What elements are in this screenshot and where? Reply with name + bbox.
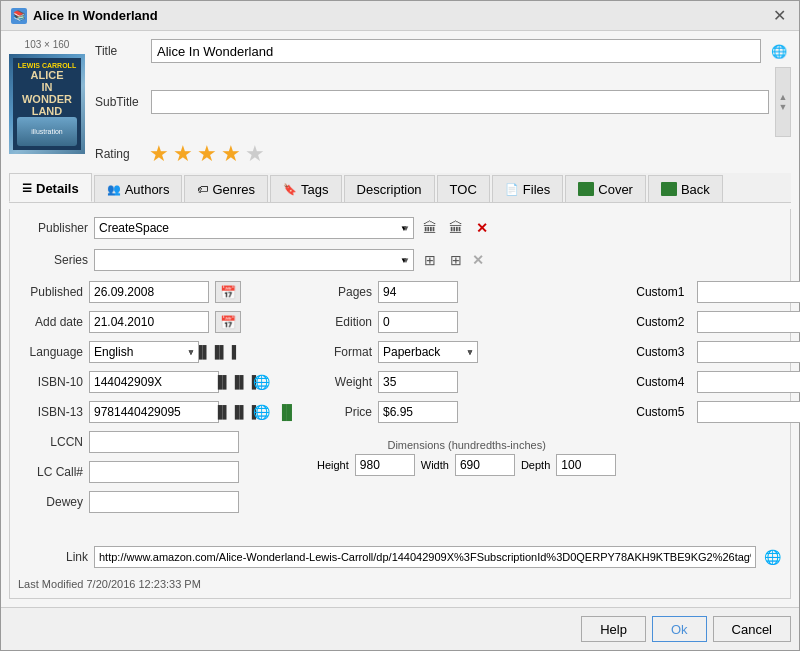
custom1-input[interactable] [697,281,800,303]
edition-input[interactable] [378,311,458,333]
close-button[interactable]: ✕ [769,6,789,26]
scroll-bar[interactable]: ▲▼ [775,67,791,137]
depth-input[interactable] [556,454,616,476]
right-column: Custom1 Custom2 Custom3 Custom4 [626,281,800,540]
isbn13-barcode[interactable]: ▐▌▐▌▐ [225,402,245,422]
isbn10-input[interactable] [89,371,219,393]
star-1[interactable]: ★ [149,141,169,167]
title-label: Title [95,44,145,58]
isbn10-globe[interactable]: 🌐 [251,372,271,392]
custom5-input[interactable] [697,401,800,423]
weight-input[interactable] [378,371,458,393]
series-icon2[interactable]: ⊞ [446,250,466,270]
format-label: Format [317,345,372,359]
height-label: Height [317,459,349,471]
left-column: Published 📅 Add date 📅 Language [18,281,297,540]
adddate-label: Add date [18,315,83,329]
tabs: ☰ Details 👥 Authors 🏷 Genres 🔖 Tags Desc… [9,173,791,203]
star-4[interactable]: ★ [221,141,241,167]
custom4-input[interactable] [697,371,800,393]
height-input[interactable] [355,454,415,476]
width-label: Width [421,459,449,471]
price-label: Price [317,405,372,419]
isbn13-extra[interactable]: ▐▌ [277,402,297,422]
columns-area: Published 📅 Add date 📅 Language [18,281,782,540]
footer: Help Ok Cancel [1,607,799,650]
adddate-input[interactable] [89,311,209,333]
language-row: Language English ▼ ▐▌▐▌▐ [18,341,297,363]
last-modified: Last Modified 7/20/2016 12:23:33 PM [18,578,782,590]
tab-details[interactable]: ☰ Details [9,173,92,202]
dewey-row: Dewey [18,491,297,513]
title-globe-button[interactable]: 🌐 [767,39,791,63]
ok-button[interactable]: Ok [652,616,707,642]
language-label: Language [18,345,83,359]
series-select[interactable] [94,249,414,271]
series-label: Series [18,253,88,267]
isbn10-label: ISBN-10 [18,375,83,389]
language-select[interactable]: English [89,341,199,363]
published-calendar[interactable]: 📅 [215,281,241,303]
width-input[interactable] [455,454,515,476]
tab-files[interactable]: 📄 Files [492,175,563,202]
format-select[interactable]: Paperback [378,341,478,363]
custom2-label: Custom2 [636,315,691,329]
tab-tags[interactable]: 🔖 Tags [270,175,341,202]
star-2[interactable]: ★ [173,141,193,167]
tab-authors[interactable]: 👥 Authors [94,175,183,202]
published-label: Published [18,285,83,299]
subtitle-input[interactable] [151,90,769,114]
publisher-clear-button[interactable]: ✕ [472,218,492,238]
tab-back[interactable]: Back [648,175,723,202]
dewey-input[interactable] [89,491,239,513]
publisher-select[interactable]: CreateSpace [94,217,414,239]
title-row: Title 🌐 [95,39,791,63]
custom1-row: Custom1 [636,281,800,303]
language-barcode[interactable]: ▐▌▐▌▐ [205,342,225,362]
star-3[interactable]: ★ [197,141,217,167]
pages-input[interactable] [378,281,458,303]
lccn-input[interactable] [89,431,239,453]
published-input[interactable] [89,281,209,303]
lccall-row: LC Call# [18,461,297,483]
isbn10-barcode[interactable]: ▐▌▐▌▐ [225,372,245,392]
help-button[interactable]: Help [581,616,646,642]
series-row: Series ▼ ⊞ ⊞ ✕ [18,249,782,271]
custom3-input[interactable] [697,341,800,363]
cancel-button[interactable]: Cancel [713,616,791,642]
link-globe[interactable]: 🌐 [762,547,782,567]
dewey-label: Dewey [18,495,83,509]
tab-toc[interactable]: TOC [437,175,490,202]
price-input[interactable] [378,401,458,423]
dimensions-row: Height Width Depth [317,454,616,476]
tab-cover[interactable]: Cover [565,175,646,202]
title-input[interactable] [151,39,761,63]
isbn13-globe[interactable]: 🌐 [251,402,271,422]
weight-label: Weight [317,375,372,389]
edition-row: Edition [317,311,616,333]
series-clear[interactable]: ✕ [472,252,484,268]
titlebar-title: Alice In Wonderland [33,8,158,23]
star-5[interactable]: ★ [245,141,265,167]
price-row: Price [317,401,616,423]
details-panel: Publisher CreateSpace ▼ 🏛 🏛 ✕ Series [9,209,791,599]
link-input[interactable] [94,546,756,568]
format-row: Format Paperback ▼ [317,341,616,363]
series-icon1[interactable]: ⊞ [420,250,440,270]
published-row: Published 📅 [18,281,297,303]
dialog: 📚 Alice In Wonderland ✕ 103 × 160 LEWIS … [0,0,800,651]
app-icon: 📚 [11,8,27,24]
publisher-add-icon[interactable]: 🏛 [446,218,466,238]
lccall-input[interactable] [89,461,239,483]
publisher-label: Publisher [18,221,88,235]
lccn-row: LCCN [18,431,297,453]
publisher-list-icon[interactable]: 🏛 [420,218,440,238]
cover-size: 103 × 160 [25,39,70,50]
adddate-calendar[interactable]: 📅 [215,311,241,333]
custom2-input[interactable] [697,311,800,333]
isbn13-input[interactable] [89,401,219,423]
tab-genres[interactable]: 🏷 Genres [184,175,268,202]
tab-description[interactable]: Description [344,175,435,202]
edition-label: Edition [317,315,372,329]
link-label: Link [18,550,88,564]
